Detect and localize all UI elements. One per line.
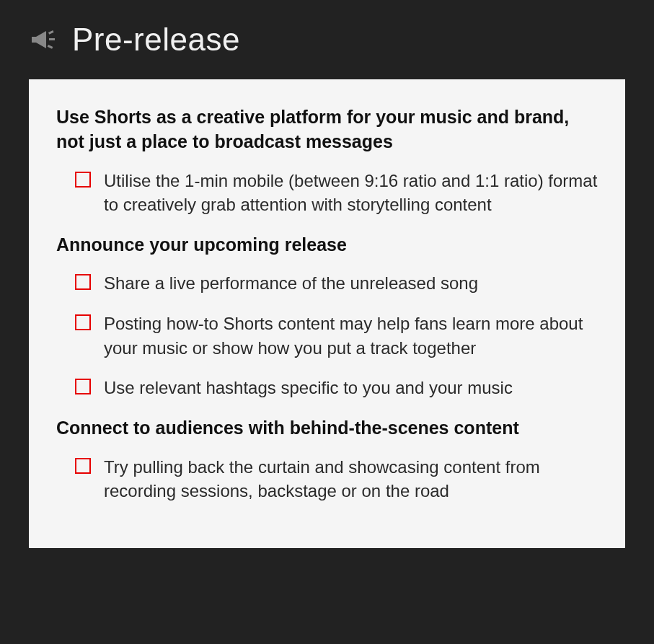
checkbox-icon[interactable]	[75, 172, 91, 188]
content-card: Use Shorts as a creative platform for yo…	[29, 79, 625, 548]
checklist: Try pulling back the curtain and showcas…	[56, 455, 598, 503]
section-heading: Use Shorts as a creative platform for yo…	[56, 105, 598, 154]
svg-rect-1	[48, 30, 54, 35]
checkbox-icon[interactable]	[75, 314, 91, 330]
list-item: Posting how-to Shorts content may help f…	[75, 312, 598, 360]
item-text: Posting how-to Shorts content may help f…	[104, 312, 598, 360]
page-title: Pre-release	[72, 22, 240, 58]
item-text: Utilise the 1-min mobile (between 9:16 r…	[104, 169, 598, 217]
svg-rect-2	[48, 45, 53, 49]
list-item: Utilise the 1-min mobile (between 9:16 r…	[75, 169, 598, 217]
section-heading: Announce your upcoming release	[56, 233, 598, 257]
checkbox-icon[interactable]	[75, 379, 91, 394]
list-item: Share a live performance of the unreleas…	[75, 271, 598, 296]
list-item: Try pulling back the curtain and showcas…	[75, 455, 598, 503]
item-text: Use relevant hashtags specific to you an…	[104, 376, 513, 400]
megaphone-icon	[29, 25, 58, 54]
item-text: Share a live performance of the unreleas…	[104, 271, 478, 296]
checkbox-icon[interactable]	[75, 274, 91, 290]
svg-rect-0	[49, 38, 55, 40]
checklist: Share a live performance of the unreleas…	[56, 271, 598, 400]
checklist: Utilise the 1-min mobile (between 9:16 r…	[56, 169, 598, 217]
list-item: Use relevant hashtags specific to you an…	[75, 376, 598, 400]
checkbox-icon[interactable]	[75, 458, 91, 474]
section-heading: Connect to audiences with behind-the-sce…	[56, 416, 598, 441]
item-text: Try pulling back the curtain and showcas…	[104, 455, 598, 503]
page-header: Pre-release	[29, 22, 625, 58]
